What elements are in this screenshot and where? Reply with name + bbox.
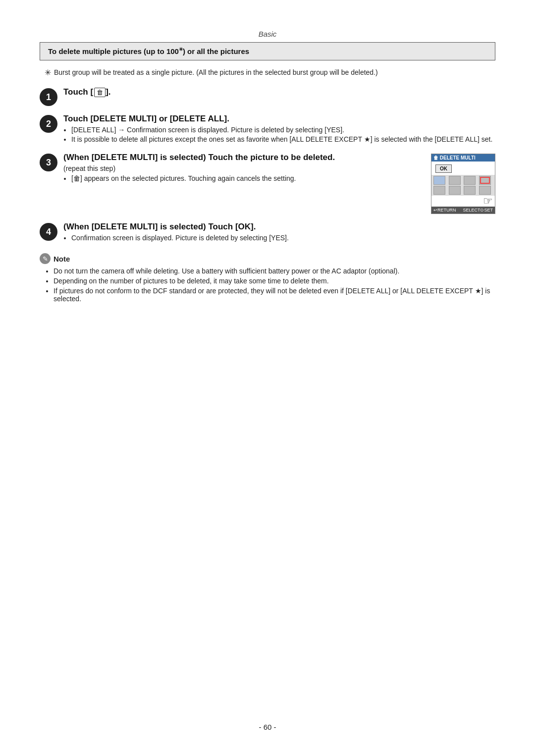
step-2-badge: 2 (40, 115, 57, 133)
step-3-badge: 3 (40, 154, 57, 171)
asterisk-note: ✳ Burst group will be treated as a singl… (40, 68, 495, 77)
asterisk-symbol: ✳ (45, 68, 51, 77)
step-3: 3 (When [DELETE MULTI] is selected) Touc… (40, 153, 495, 214)
header-text: To delete multiple pictures (up to 100✳)… (48, 47, 249, 55)
note-bullets: Do not turn the camera off while deletin… (54, 267, 495, 303)
step-3-content: (When [DELETE MULTI] is selected) Touch … (63, 153, 495, 214)
step-3-text: (When [DELETE MULTI] is selected) Touch … (63, 153, 423, 184)
header-superscript: ✳ (179, 47, 183, 52)
step-3-bullets: [🗑] appears on the selected pictures. To… (71, 174, 423, 182)
step-2-content: Touch [DELETE MULTI] or [DELETE ALL]. [D… (63, 114, 495, 145)
note-section: ✎ Note Do not turn the camera off while … (40, 253, 495, 303)
preview-titlebar: 🗑 DELETE MULTI (431, 154, 495, 162)
thumb-4 (479, 176, 491, 185)
step-4-bullet-1: Confirmation screen is displayed. Pictur… (71, 234, 495, 242)
step-3-preview: 🗑 DELETE MULTI OK (431, 154, 495, 214)
page-container: Basic To delete multiple pictures (up to… (0, 0, 535, 756)
trash-icon: 🗑 (94, 88, 106, 97)
note-bullet-2: Depending on the number of pictures to b… (54, 277, 495, 285)
step-4-title: (When [DELETE MULTI] is selected) Touch … (63, 222, 495, 232)
step-4-content: (When [DELETE MULTI] is selected) Touch … (63, 222, 495, 243)
note-bullet-3: If pictures do not conform to the DCF st… (54, 287, 495, 303)
page-number: - 60 - (259, 723, 276, 731)
step-1-badge: 1 (40, 88, 57, 106)
preview-return: ↩RETURN (433, 208, 456, 213)
preview-ok-area: OK (431, 162, 495, 175)
step-4-bullets: Confirmation screen is displayed. Pictur… (71, 234, 495, 242)
preview-title-text: 🗑 DELETE MULTI (433, 155, 476, 161)
step-1: 1 Touch [🗑]. (40, 87, 495, 106)
step-2-title: Touch [DELETE MULTI] or [DELETE ALL]. (63, 114, 495, 124)
thumb-8 (479, 186, 491, 195)
asterisk-note-text: Burst group will be treated as a single … (54, 68, 378, 77)
step-2-bullet-2: It is possible to delete all pictures ex… (71, 135, 495, 143)
step-3-bullet-1: [🗑] appears on the selected pictures. To… (71, 174, 423, 182)
preview-ok-btn: OK (435, 164, 452, 173)
step-2: 2 Touch [DELETE MULTI] or [DELETE ALL]. … (40, 114, 495, 145)
trash-icon-small: 🗑 (73, 174, 80, 182)
step-3-inner: (When [DELETE MULTI] is selected) Touch … (63, 153, 495, 214)
step-4: 4 (When [DELETE MULTI] is selected) Touc… (40, 222, 495, 243)
thumb-2 (449, 176, 461, 185)
note-header: ✎ Note (40, 253, 495, 264)
step-3-repeat: (repeat this step) (63, 164, 423, 172)
thumb-5 (433, 186, 445, 195)
thumb-6 (449, 186, 461, 195)
header-box: To delete multiple pictures (up to 100✳)… (40, 42, 495, 60)
step-4-badge: 4 (40, 223, 57, 241)
thumb-3 (464, 176, 476, 185)
note-icon: ✎ (40, 253, 51, 264)
step-2-bullet-1: [DELETE ALL] → Confirmation screen is di… (71, 126, 495, 134)
preview-thumbs (431, 175, 495, 196)
step-1-content: Touch [🗑]. (63, 87, 495, 99)
section-label: Basic (40, 30, 495, 38)
preview-hand-icon: ☞ (431, 196, 495, 207)
note-bullet-1: Do not turn the camera off while deletin… (54, 267, 495, 275)
step-1-title: Touch [🗑]. (63, 87, 495, 97)
step-3-title: (When [DELETE MULTI] is selected) Touch … (63, 153, 423, 162)
thumb-1 (433, 176, 445, 185)
preview-select: SELECT⊙SET (463, 208, 493, 213)
note-label: Note (54, 255, 70, 263)
delete-multi-preview: 🗑 DELETE MULTI OK (431, 154, 495, 214)
step-2-bullets: [DELETE ALL] → Confirmation screen is di… (71, 126, 495, 143)
thumb-7 (464, 186, 476, 195)
preview-footer: ↩RETURN SELECT⊙SET (431, 207, 495, 214)
